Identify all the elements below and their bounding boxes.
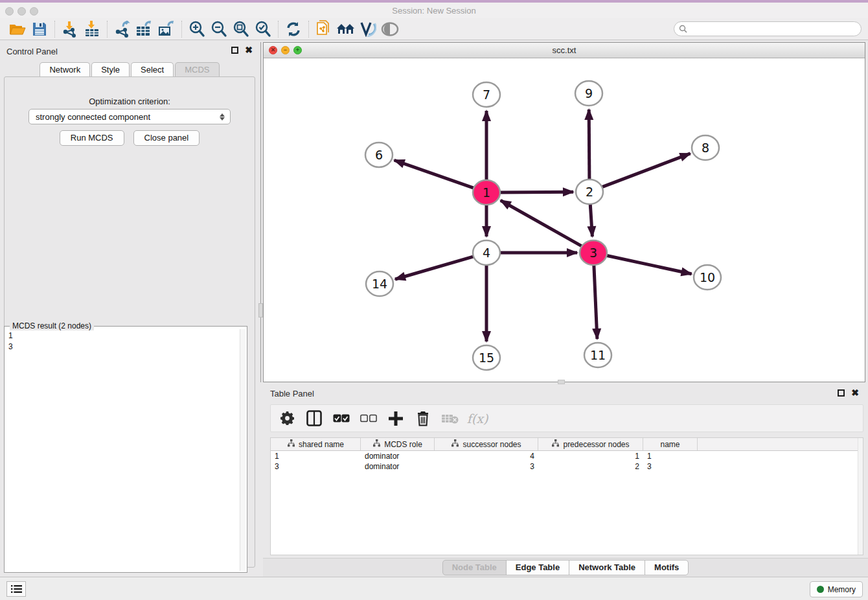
column-header-shared-name[interactable]: shared name <box>271 438 361 450</box>
optimization-criterion-select[interactable]: strongly connected component <box>29 109 231 124</box>
zoom-out-icon[interactable] <box>208 19 230 39</box>
close-panel-icon[interactable]: ✖ <box>245 47 253 54</box>
cell-name[interactable]: 3 <box>643 461 698 472</box>
memory-button[interactable]: Memory <box>810 581 863 597</box>
float-panel-icon[interactable] <box>231 47 238 54</box>
node-label-11: 11 <box>590 348 606 362</box>
toolbar-separator <box>181 21 182 38</box>
cell-predecessor-nodes[interactable]: 2 <box>538 461 643 472</box>
export-image-icon[interactable] <box>155 19 177 39</box>
edge-4-14[interactable] <box>395 256 475 279</box>
tab-node-table[interactable]: Node Table <box>442 560 507 575</box>
table-row[interactable]: 1dominator411 <box>271 451 863 461</box>
control-panel-tabs: NetworkStyleSelectMCDS <box>0 62 259 77</box>
delete-row-trash-icon[interactable] <box>415 410 431 427</box>
table-row[interactable]: 3dominator323 <box>271 461 863 472</box>
node-label-10: 10 <box>700 270 715 284</box>
run-mcds-button[interactable]: Run MCDS <box>60 130 124 146</box>
column-tree-icon <box>551 439 560 449</box>
node-label-2: 2 <box>586 185 593 199</box>
network-canvas[interactable]: 7968124314101511 <box>264 58 865 382</box>
delete-table-icon[interactable] <box>442 410 459 427</box>
network-window-titlebar[interactable]: ✕ − + scc.txt <box>264 43 865 58</box>
node-label-4: 4 <box>483 246 490 260</box>
cell-successor-nodes[interactable]: 3 <box>435 461 538 472</box>
search-field[interactable] <box>674 21 862 36</box>
cell-name[interactable]: 1 <box>643 451 698 461</box>
panel-splitter-line <box>260 42 261 382</box>
node-label-9: 9 <box>585 86 593 100</box>
memory-label: Memory <box>828 585 856 594</box>
vertical-splitter-grip[interactable] <box>258 303 263 317</box>
export-table-icon[interactable] <box>133 19 155 39</box>
column-header-name[interactable]: name <box>643 438 698 450</box>
edge-1-6[interactable] <box>394 160 475 189</box>
tab-motifs[interactable]: Motifs <box>645 560 689 575</box>
edge-2-9[interactable] <box>589 110 589 180</box>
column-settings-gear-icon[interactable] <box>279 410 295 427</box>
zoom-fit-icon[interactable] <box>230 19 252 39</box>
node-label-1: 1 <box>483 185 490 200</box>
vizmapper-icon[interactable] <box>357 19 379 39</box>
refresh-view-icon[interactable] <box>282 19 304 39</box>
show-column-icon[interactable] <box>306 410 323 427</box>
close-table-panel-icon[interactable]: ✖ <box>851 389 859 397</box>
mcds-result-text[interactable]: 1 3 <box>6 329 239 571</box>
cell-shared-name[interactable]: 3 <box>271 461 361 472</box>
edge-3-11[interactable] <box>594 264 597 339</box>
tab-edge-table[interactable]: Edge Table <box>506 560 569 575</box>
tab-style[interactable]: Style <box>91 62 130 77</box>
cell-successor-nodes[interactable]: 4 <box>435 451 538 461</box>
add-row-icon[interactable] <box>387 410 404 427</box>
network-graph[interactable]: 7968124314101511 <box>264 58 865 382</box>
status-bar: Memory <box>0 577 868 600</box>
tab-select[interactable]: Select <box>131 62 174 77</box>
edge-3-1[interactable] <box>501 200 584 247</box>
node-label-14: 14 <box>372 277 387 291</box>
zoom-in-icon[interactable] <box>186 19 208 39</box>
home-layout-icon[interactable] <box>335 19 357 39</box>
close-panel-button[interactable]: Close panel <box>133 130 200 146</box>
toolbar-separator <box>107 21 108 38</box>
table-panel: Table Panel ✖ <box>263 386 868 577</box>
control-panel-title: Control Panel <box>6 47 58 56</box>
table-scrollbar[interactable] <box>858 438 863 555</box>
function-builder-icon[interactable]: f(x) <box>469 410 486 427</box>
search-input[interactable] <box>690 25 852 34</box>
edge-2-8[interactable] <box>600 154 691 188</box>
zoom-selected-icon[interactable] <box>252 19 274 39</box>
clone-network-icon[interactable] <box>313 19 335 39</box>
cell-predecessor-nodes[interactable]: 1 <box>538 451 643 461</box>
result-scrollbar[interactable] <box>240 329 246 571</box>
task-history-button[interactable] <box>6 581 26 597</box>
tab-network[interactable]: Network <box>40 62 90 77</box>
cell-MCDS-role[interactable]: dominator <box>361 461 435 472</box>
node-label-6: 6 <box>375 148 383 162</box>
open-session-icon[interactable] <box>6 19 29 39</box>
horizontal-splitter-grip[interactable] <box>558 380 565 384</box>
main-toolbar <box>0 18 868 40</box>
cell-MCDS-role[interactable]: dominator <box>361 451 435 461</box>
node-table: shared nameMCDS rolesuccessor nodesprede… <box>270 437 863 555</box>
deselect-all-checks-icon[interactable] <box>360 410 377 427</box>
select-all-checks-icon[interactable] <box>333 410 350 427</box>
mcds-result-group: MCDS result (2 nodes) 1 3 <box>4 326 247 573</box>
column-header-successor-nodes[interactable]: successor nodes <box>435 438 538 450</box>
column-header-MCDS-role[interactable]: MCDS role <box>361 438 435 450</box>
edge-1-2[interactable] <box>498 192 573 192</box>
show-hide-graphics-icon[interactable] <box>379 19 401 39</box>
tab-mcds[interactable]: MCDS <box>175 62 219 77</box>
table-header-row: shared nameMCDS rolesuccessor nodesprede… <box>271 438 863 451</box>
save-session-icon[interactable] <box>29 19 51 39</box>
import-table-icon[interactable] <box>81 19 103 39</box>
export-network-icon[interactable] <box>111 19 133 39</box>
float-table-panel-icon[interactable] <box>838 389 845 397</box>
application-window: Session: New Session <box>0 0 868 600</box>
network-view-window: ✕ − + scc.txt 7968124314101511 <box>263 42 865 382</box>
edge-2-3[interactable] <box>590 203 592 237</box>
column-header-predecessor-nodes[interactable]: predecessor nodes <box>538 438 643 450</box>
cell-shared-name[interactable]: 1 <box>271 451 361 461</box>
import-network-icon[interactable] <box>59 19 81 39</box>
edge-3-10[interactable] <box>605 255 692 274</box>
tab-network-table[interactable]: Network Table <box>569 560 645 575</box>
